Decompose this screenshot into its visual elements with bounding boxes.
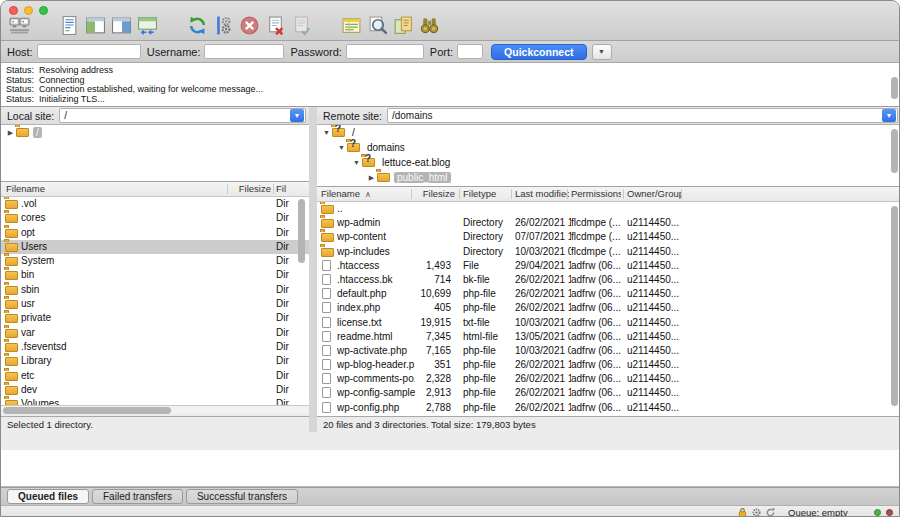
- tree-item-item[interactable]: ▶/: [1, 125, 309, 140]
- tree-item-domains[interactable]: ▼?domains: [317, 140, 900, 155]
- column-header-filename[interactable]: Filename∧: [321, 187, 407, 202]
- tree-item-public-html[interactable]: ▶public_html: [317, 170, 900, 185]
- file-row-usr[interactable]: usrDir: [1, 297, 309, 311]
- refresh-icon: [187, 15, 208, 40]
- local-site-combo[interactable]: / ▼: [59, 108, 306, 123]
- column-header-owner-group[interactable]: Owner/Group: [627, 187, 681, 201]
- cancel-button[interactable]: [237, 15, 261, 39]
- file-owner: u2114450...: [627, 301, 683, 315]
- chevron-down-icon[interactable]: ▼: [290, 109, 304, 122]
- port-input[interactable]: [457, 44, 483, 59]
- maximize-button[interactable]: [39, 6, 48, 15]
- file-row-htaccess[interactable]: .htaccess1,493File29/04/2021 1...adfrw (…: [317, 259, 900, 273]
- panel-divider[interactable]: [309, 107, 317, 432]
- search-button[interactable]: [365, 15, 389, 39]
- quickconnect-button[interactable]: Quickconnect: [491, 44, 586, 60]
- file-row-wp-comments-po[interactable]: wp-comments-po...2,328php-file26/02/2021…: [317, 372, 900, 386]
- chevron-expanded-icon[interactable]: ▼: [351, 159, 362, 166]
- file-row-wp-blog-header-p[interactable]: wp-blog-header.p...351php-file26/02/2021…: [317, 358, 900, 372]
- synchronized-browsing-button[interactable]: [417, 15, 441, 39]
- chevron-collapsed-icon[interactable]: ▶: [366, 174, 377, 182]
- file-row-users[interactable]: UsersDir: [1, 240, 309, 254]
- folder-icon: [5, 256, 18, 268]
- file-row-wp-config-php[interactable]: wp-config.php2,788php-file26/02/2021 1..…: [317, 401, 900, 415]
- column-header-filesize[interactable]: Filesize: [231, 182, 271, 196]
- site-manager-button[interactable]: [7, 15, 31, 39]
- file-row-fseventsd[interactable]: .fseventsdDir: [1, 340, 309, 354]
- lock-icon[interactable]: [737, 507, 748, 517]
- column-header-permissions[interactable]: Permissions: [571, 187, 621, 201]
- file-permissions: adfrw (06...: [571, 386, 623, 400]
- file-row-wp-config-sample[interactable]: wp-config-sample...2,913php-file26/02/20…: [317, 386, 900, 400]
- file-row-license-txt[interactable]: license.txt19,915txt-file10/03/2021 0...…: [317, 316, 900, 330]
- file-row-system[interactable]: SystemDir: [1, 254, 309, 268]
- file-row-var[interactable]: varDir: [1, 326, 309, 340]
- tab-queued-files[interactable]: Queued files: [7, 489, 89, 504]
- local-horizontal-scrollbar[interactable]: [1, 405, 309, 414]
- file-row-wp-content[interactable]: wp-contentDirectory07/07/2021 1...flcdmp…: [317, 230, 900, 244]
- file-row-default-php[interactable]: default.php10,699php-file26/02/2021 1...…: [317, 287, 900, 301]
- log-scrollbar-thumb[interactable]: [891, 77, 898, 99]
- compare-button[interactable]: [391, 15, 415, 39]
- column-separator[interactable]: [681, 189, 682, 199]
- queue-toggle-button[interactable]: [135, 15, 159, 39]
- tab-successful-transfers[interactable]: Successful transfers: [186, 489, 298, 504]
- password-input[interactable]: [346, 44, 424, 59]
- file-row-wp-admin[interactable]: wp-adminDirectory26/02/2021 1...flcdmpe …: [317, 216, 900, 230]
- chevron-expanded-icon[interactable]: ▼: [336, 144, 347, 151]
- local-list-scrollbar-thumb[interactable]: [298, 199, 305, 263]
- file-row-wp-includes[interactable]: wp-includesDirectory10/03/2021 0...flcdm…: [317, 245, 900, 259]
- column-separator[interactable]: [511, 189, 512, 199]
- quickconnect-dropdown-button[interactable]: ▼: [592, 44, 612, 60]
- log-toggle-button[interactable]: [57, 15, 81, 39]
- file-row-htaccess-bk[interactable]: .htaccess.bk714bk-file26/02/2021 1...adf…: [317, 273, 900, 287]
- file-name: wp-content: [337, 230, 415, 244]
- file-row-readme-html[interactable]: readme.html7,345html-file13/05/2021 0...…: [317, 330, 900, 344]
- file-row-opt[interactable]: optDir: [1, 226, 309, 240]
- reconnect-button[interactable]: [289, 15, 313, 39]
- file-row-wp-activate-php[interactable]: wp-activate.php7,165php-file10/03/2021 0…: [317, 344, 900, 358]
- column-header-fil[interactable]: Fil: [276, 182, 304, 196]
- column-header-last-modified[interactable]: Last modified: [515, 187, 569, 201]
- file-row-dev[interactable]: devDir: [1, 383, 309, 397]
- local-tree-toggle-button[interactable]: [83, 15, 107, 39]
- file-row-index-php[interactable]: index.php405php-file26/02/2021 1...adfrw…: [317, 301, 900, 315]
- column-header-filesize[interactable]: Filesize: [415, 187, 455, 201]
- refresh-button[interactable]: [185, 15, 209, 39]
- file-row-sbin[interactable]: sbinDir: [1, 283, 309, 297]
- column-separator[interactable]: [567, 189, 568, 199]
- host-input[interactable]: [37, 44, 141, 59]
- remote-site-combo[interactable]: /domains ▼: [387, 108, 898, 123]
- column-separator[interactable]: [273, 184, 274, 194]
- file-row-etc[interactable]: etcDir: [1, 369, 309, 383]
- chevron-expanded-icon[interactable]: ▼: [321, 129, 332, 136]
- tab-failed-transfers[interactable]: Failed transfers: [92, 489, 183, 504]
- file-row-private[interactable]: privateDir: [1, 311, 309, 325]
- file-row-cores[interactable]: coresDir: [1, 211, 309, 225]
- file-row-item[interactable]: ..: [317, 202, 900, 216]
- local-horizontal-scrollbar-thumb[interactable]: [3, 407, 171, 414]
- process-queue-button[interactable]: [211, 15, 235, 39]
- column-separator[interactable]: [459, 189, 460, 199]
- file-row-vol[interactable]: .volDir: [1, 197, 309, 211]
- tree-item-lettuce-eat-blog[interactable]: ▼?lettuce-eat.blog: [317, 155, 900, 170]
- column-header-filetype[interactable]: Filetype: [463, 187, 511, 201]
- column-separator[interactable]: [623, 189, 624, 199]
- column-separator[interactable]: [227, 184, 228, 194]
- disconnect-button[interactable]: [263, 15, 287, 39]
- column-separator[interactable]: [411, 189, 412, 199]
- file-row-library[interactable]: LibraryDir: [1, 354, 309, 368]
- username-input[interactable]: [204, 44, 284, 59]
- filter-button[interactable]: [339, 15, 363, 39]
- chevron-collapsed-icon[interactable]: ▶: [5, 129, 16, 137]
- file-row-volumes[interactable]: VolumesDir: [1, 397, 309, 405]
- file-type: Dir: [276, 326, 306, 340]
- chevron-down-icon[interactable]: ▼: [882, 109, 896, 122]
- file-row-bin[interactable]: binDir: [1, 268, 309, 282]
- remote-tree-toggle-button[interactable]: [109, 15, 133, 39]
- column-header-filename[interactable]: Filename: [6, 182, 226, 196]
- tree-item-item[interactable]: ▼?/: [317, 125, 900, 140]
- remote-tree-scrollbar-thumb[interactable]: [891, 129, 898, 173]
- file-permissions: flcdmpe (...: [571, 216, 623, 230]
- remote-list-scrollbar-thumb[interactable]: [891, 206, 898, 406]
